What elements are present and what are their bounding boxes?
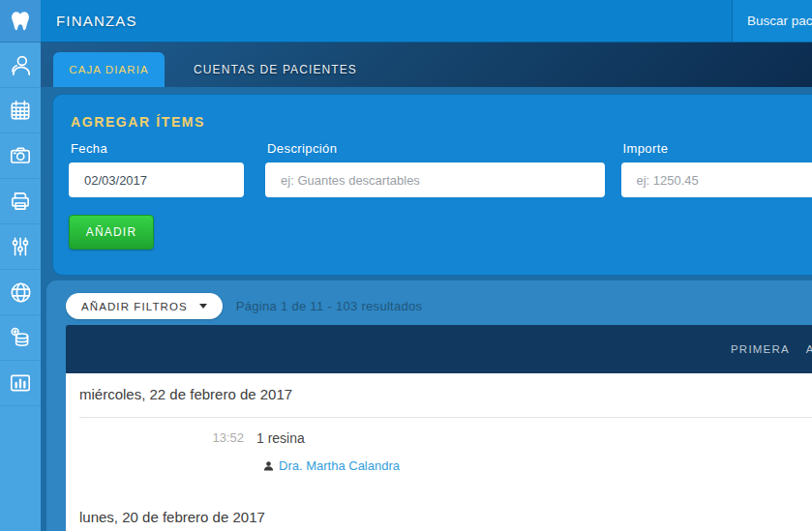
- importe-input[interactable]: [621, 162, 812, 197]
- group-date: lunes, 20 de febrero de 2017: [66, 496, 812, 525]
- sidebar-item-settings[interactable]: [0, 224, 41, 270]
- entry-professional: Dra. Martha Calandra: [263, 458, 812, 473]
- date-group: miércoles, 22 de febrero de 201713:521 r…: [66, 373, 812, 473]
- app-logo[interactable]: [0, 0, 41, 43]
- entry-time: 13:52: [66, 430, 244, 446]
- group-date: miércoles, 22 de febrero de 2017: [66, 373, 812, 402]
- importe-label: Importe: [623, 141, 812, 156]
- coins-icon: [8, 325, 33, 350]
- printer-icon: [8, 189, 33, 214]
- sidebar-item-finances[interactable]: [0, 315, 41, 361]
- entries-table: PRIMERAANTERIOR miércoles, 22 de febrero…: [66, 325, 812, 531]
- professional-link[interactable]: Dra. Martha Calandra: [279, 458, 400, 473]
- entry-description: 1 resina: [256, 430, 305, 446]
- add-filters-button[interactable]: AÑADIR FILTROS: [66, 293, 223, 319]
- tooth-icon: [8, 9, 33, 34]
- sidebar-item-calendar[interactable]: [0, 88, 41, 133]
- descripcion-input[interactable]: [265, 162, 604, 197]
- sidebar-item-camera[interactable]: [0, 133, 41, 179]
- add-items-title: AGREGAR ÍTEMS: [71, 114, 812, 130]
- sidebar-item-statistics[interactable]: [0, 361, 41, 406]
- table-body: miércoles, 22 de febrero de 201713:521 r…: [66, 373, 812, 531]
- add-items-panel: AGREGAR ÍTEMS Fecha Descripción Importe …: [52, 94, 812, 276]
- camera-icon: [8, 143, 33, 168]
- table-pagination: PRIMERAANTERIOR: [731, 325, 812, 373]
- sidebar: [0, 0, 41, 531]
- fecha-input[interactable]: [69, 162, 244, 197]
- main-content: AGREGAR ÍTEMS Fecha Descripción Importe …: [41, 87, 812, 531]
- search-patients-button[interactable]: Buscar pacientes: [732, 0, 812, 42]
- add-button[interactable]: AÑADIR: [69, 215, 154, 250]
- chevron-down-icon: [199, 304, 207, 309]
- sidebar-item-patients[interactable]: [0, 43, 41, 88]
- daily-cash-panel: AÑADIR FILTROS Página 1 de 11 - 103 resu…: [46, 280, 812, 531]
- add-filters-label: AÑADIR FILTROS: [81, 301, 188, 312]
- sidebar-item-print[interactable]: [0, 179, 41, 224]
- patients-icon: [8, 52, 34, 78]
- search-patients-label: Buscar pacientes: [733, 0, 812, 42]
- descripcion-label: Descripción: [267, 141, 604, 156]
- person-icon: [263, 460, 274, 472]
- date-group: lunes, 20 de febrero de 2017: [66, 496, 812, 531]
- tab-cuentas-de-pacientes[interactable]: CUENTAS DE PACIENTES: [165, 52, 386, 87]
- sliders-icon: [8, 234, 33, 259]
- tab-caja-diaria[interactable]: CAJA DIARIA: [53, 52, 165, 87]
- fecha-label: Fecha: [71, 141, 244, 156]
- tab-bar: CAJA DIARIA CUENTAS DE PACIENTES: [41, 43, 812, 87]
- page-title: FINANZAS: [56, 0, 137, 42]
- top-header: FINANZAS Buscar pacientes: [41, 0, 812, 43]
- entry-row: 13:521 resina: [66, 418, 812, 446]
- bar-chart-icon: [8, 370, 33, 396]
- globe-icon: [8, 280, 34, 306]
- calendar-icon: [8, 98, 33, 123]
- table-header: PRIMERAANTERIOR: [66, 325, 812, 373]
- pagination-link-anterior[interactable]: ANTERIOR: [806, 343, 812, 355]
- sidebar-item-web[interactable]: [0, 270, 41, 315]
- pagination-summary: Página 1 de 11 - 103 resultados: [236, 299, 423, 313]
- pagination-link-primera[interactable]: PRIMERA: [731, 343, 790, 355]
